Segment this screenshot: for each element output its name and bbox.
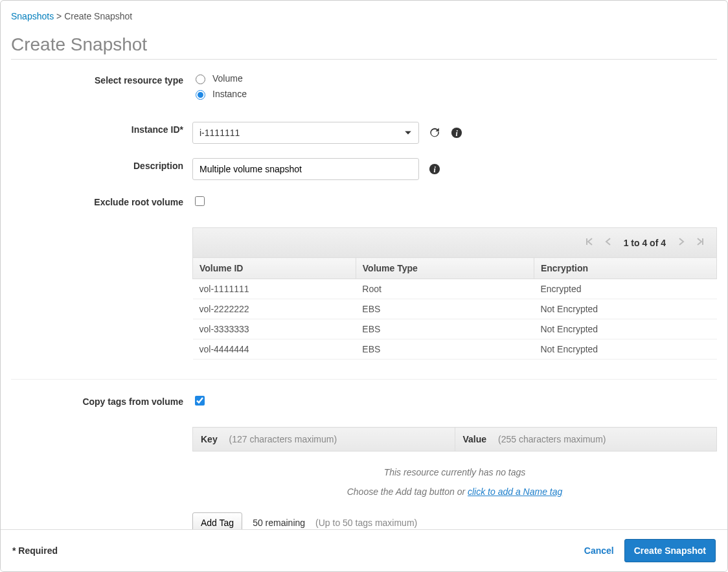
instance-id-info[interactable]: i: [450, 126, 463, 139]
tags-hint-prefix: Choose the Add tag button or: [347, 486, 468, 497]
pager-first-icon: [585, 237, 594, 246]
col-key-hint: (127 characters maximum): [229, 434, 337, 444]
table-row[interactable]: vol-3333333 EBS Not Encrypted: [193, 319, 717, 339]
pager-label: 1 to 4 of 4: [624, 238, 666, 248]
table-row[interactable]: vol-4444444 EBS Not Encrypted: [193, 339, 717, 360]
col-key-label: Key: [201, 434, 218, 444]
breadcrumb: Snapshots > Create Snapshot: [11, 11, 717, 21]
cell-volume-id: vol-2222222: [193, 299, 356, 319]
cell-encryption: Not Encrypted: [534, 339, 716, 360]
tags-empty-text: This resource currently has no tags: [192, 467, 717, 477]
copy-tags-checkbox[interactable]: [195, 396, 205, 406]
info-icon: i: [451, 127, 462, 139]
radio-option-volume[interactable]: Volume: [192, 73, 247, 84]
label-copy-tags: Copy tags from volume: [11, 394, 192, 407]
volumes-table: Volume ID Volume Type Encryption vol-111…: [192, 257, 717, 360]
col-key: Key (127 characters maximum): [193, 428, 455, 452]
col-encryption[interactable]: Encryption: [534, 258, 716, 279]
footer: * Required Cancel Create Snapshot: [1, 529, 727, 571]
cell-volume-id: vol-1111111: [193, 279, 356, 299]
required-footnote: * Required: [12, 545, 58, 556]
cell-volume-type: Root: [356, 279, 534, 299]
row-instance-id: Instance ID* i-1111111 i: [11, 122, 717, 144]
page-title: Create Snapshot: [11, 34, 717, 60]
caret-down-icon: [404, 129, 412, 137]
radio-option-instance[interactable]: Instance: [192, 88, 247, 100]
table-row[interactable]: vol-2222222 EBS Not Encrypted: [193, 299, 717, 319]
info-icon: i: [429, 163, 440, 175]
cell-encryption: Encrypted: [534, 279, 716, 299]
col-volume-type[interactable]: Volume Type: [356, 258, 534, 279]
cell-volume-type: EBS: [356, 299, 534, 319]
pager-last-button[interactable]: [693, 237, 707, 248]
radio-instance-label: Instance: [212, 89, 247, 99]
cancel-button[interactable]: Cancel: [584, 545, 614, 556]
tags-hint: Choose the Add tag button or click to ad…: [192, 486, 717, 497]
col-value: Value (255 characters maximum): [455, 428, 717, 452]
pager-next-icon: [677, 237, 685, 246]
cell-volume-type: EBS: [356, 319, 534, 339]
cell-volume-id: vol-3333333: [193, 319, 356, 339]
label-resource-type: Select resource type: [11, 73, 192, 86]
cell-encryption: Not Encrypted: [534, 299, 716, 319]
radio-volume-label: Volume: [212, 73, 243, 84]
add-name-tag-link[interactable]: click to add a Name tag: [468, 486, 562, 497]
instance-id-value: i-1111111: [199, 128, 240, 138]
pager-next-button[interactable]: [675, 237, 688, 248]
tags-table: Key (127 characters maximum) Value (255 …: [192, 427, 717, 452]
create-snapshot-page: Snapshots > Create Snapshot Create Snaps…: [0, 0, 728, 572]
row-copy-tags: Copy tags from volume: [11, 394, 717, 407]
description-input[interactable]: [192, 158, 419, 180]
table-row[interactable]: vol-1111111 Root Encrypted: [193, 279, 717, 299]
description-info[interactable]: i: [428, 163, 441, 176]
breadcrumb-current: Create Snapshot: [64, 11, 132, 21]
pager-first-button[interactable]: [582, 237, 597, 248]
volumes-block: 1 to 4 of 4 Volume ID Volume Type Encryp…: [192, 227, 717, 360]
cell-volume-type: EBS: [356, 339, 534, 360]
exclude-root-checkbox[interactable]: [195, 196, 205, 206]
breadcrumb-root-link[interactable]: Snapshots: [11, 11, 54, 21]
instance-id-select[interactable]: i-1111111: [192, 122, 419, 144]
label-instance-id: Instance ID*: [11, 122, 192, 135]
breadcrumb-separator: >: [56, 11, 64, 21]
label-description: Description: [11, 158, 192, 171]
tags-max-hint: (Up to 50 tags maximum): [315, 518, 417, 528]
pager-prev-button[interactable]: [602, 237, 615, 248]
row-exclude-root: Exclude root volume: [11, 194, 717, 208]
tags-block: Key (127 characters maximum) Value (255 …: [192, 427, 717, 497]
section-divider: [11, 379, 717, 380]
col-value-label: Value: [463, 434, 487, 444]
radio-volume[interactable]: [196, 74, 205, 84]
radio-instance[interactable]: [196, 90, 205, 100]
refresh-button[interactable]: [428, 126, 441, 139]
label-exclude-root: Exclude root volume: [11, 194, 192, 207]
col-volume-id[interactable]: Volume ID: [193, 258, 356, 279]
create-snapshot-button[interactable]: Create Snapshot: [624, 539, 716, 562]
row-description: Description i: [11, 158, 717, 180]
pager-prev-icon: [604, 237, 612, 246]
refresh-icon: [429, 127, 440, 139]
row-resource-type: Select resource type Volume Instance: [11, 73, 717, 100]
cell-volume-id: vol-4444444: [193, 339, 356, 360]
tags-remaining: 50 remaining: [253, 518, 305, 528]
col-value-hint: (255 characters maximum): [498, 434, 606, 444]
pager-last-icon: [696, 237, 705, 246]
cell-encryption: Not Encrypted: [534, 319, 716, 339]
volumes-toolbar: 1 to 4 of 4: [192, 227, 717, 257]
